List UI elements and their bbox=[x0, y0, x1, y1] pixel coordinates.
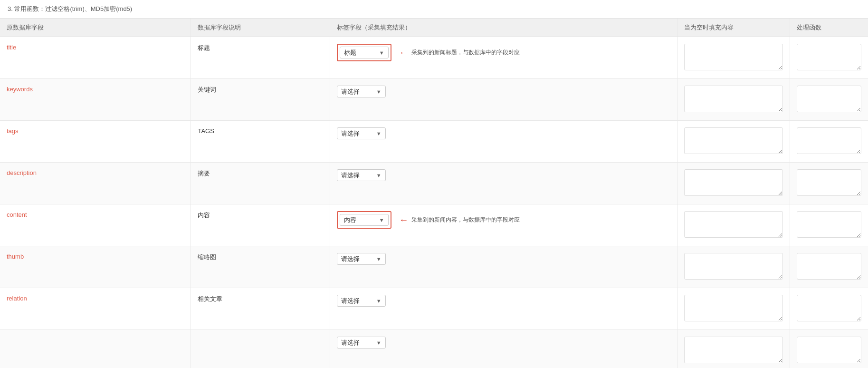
func-cell bbox=[790, 288, 868, 330]
arrow-left-icon: ← bbox=[399, 214, 409, 225]
tag-select-wrapper[interactable]: 请选择标题关键词TAGS摘要内容缩略图相关文章▼ bbox=[337, 127, 386, 139]
arrow-left-icon: ← bbox=[399, 47, 409, 58]
db-field-desc: 缩略图 bbox=[198, 253, 216, 261]
empty-fill-cell bbox=[677, 37, 790, 79]
header-func: 处理函数 bbox=[790, 19, 868, 37]
empty-fill-input[interactable] bbox=[684, 86, 783, 112]
table-row: content内容请选择标题关键词TAGS摘要内容缩略图相关文章▼←采集到的新闻… bbox=[0, 204, 868, 246]
empty-fill-input[interactable] bbox=[684, 295, 783, 321]
db-field-desc: 摘要 bbox=[198, 170, 210, 177]
header-db-field: 原数据库字段 bbox=[0, 19, 191, 37]
empty-fill-input[interactable] bbox=[684, 253, 783, 280]
tag-select-wrapper[interactable]: 请选择标题关键词TAGS摘要内容缩略图相关文章▼ bbox=[337, 86, 386, 97]
tag-select-wrapper[interactable]: 请选择标题关键词TAGS摘要内容缩略图相关文章▼ bbox=[337, 337, 386, 349]
table-row: description摘要请选择标题关键词TAGS摘要内容缩略图相关文章▼ bbox=[0, 163, 868, 204]
empty-fill-cell bbox=[677, 330, 790, 368]
tag-select[interactable]: 请选择标题关键词TAGS摘要内容缩略图相关文章 bbox=[341, 339, 374, 346]
empty-fill-input[interactable] bbox=[684, 169, 783, 196]
func-input[interactable] bbox=[797, 86, 861, 112]
empty-fill-cell bbox=[677, 288, 790, 330]
tag-select[interactable]: 请选择标题关键词TAGS摘要内容缩略图相关文章 bbox=[341, 130, 374, 137]
db-field-desc: 标题 bbox=[198, 44, 210, 51]
chevron-down-icon: ▼ bbox=[376, 131, 382, 136]
table-row: thumb缩略图请选择标题关键词TAGS摘要内容缩略图相关文章▼ bbox=[0, 246, 868, 288]
db-field-desc: 内容 bbox=[198, 212, 210, 219]
table-row: 请选择标题关键词TAGS摘要内容缩略图相关文章▼ bbox=[0, 330, 868, 368]
func-input[interactable] bbox=[797, 295, 861, 321]
tag-select[interactable]: 请选择标题关键词TAGS摘要内容缩略图相关文章 bbox=[344, 49, 377, 56]
annotation-text: 采集到的新闻标题，与数据库中的字段对应 bbox=[411, 48, 520, 57]
table-row: title标题请选择标题关键词TAGS摘要内容缩略图相关文章▼←采集到的新闻标题… bbox=[0, 37, 868, 79]
tag-select-wrapper[interactable]: 请选择标题关键词TAGS摘要内容缩略图相关文章▼ bbox=[340, 214, 389, 226]
func-input[interactable] bbox=[797, 337, 861, 363]
empty-fill-cell bbox=[677, 246, 790, 288]
db-field-name: relation bbox=[7, 295, 27, 302]
func-cell bbox=[790, 79, 868, 121]
func-cell bbox=[790, 330, 868, 368]
db-field-name: description bbox=[7, 169, 37, 176]
table-row: relation相关文章请选择标题关键词TAGS摘要内容缩略图相关文章▼ bbox=[0, 288, 868, 330]
func-input[interactable] bbox=[797, 211, 861, 238]
tag-select[interactable]: 请选择标题关键词TAGS摘要内容缩略图相关文章 bbox=[341, 297, 374, 304]
chevron-down-icon: ▼ bbox=[379, 217, 384, 223]
chevron-down-icon: ▼ bbox=[376, 340, 382, 346]
func-cell bbox=[790, 121, 868, 163]
db-field-desc: 关键词 bbox=[198, 86, 216, 93]
header-empty-fill: 当为空时填充内容 bbox=[677, 19, 790, 37]
chevron-down-icon: ▼ bbox=[376, 173, 382, 178]
db-field-name: content bbox=[7, 211, 27, 218]
tag-select-wrapper[interactable]: 请选择标题关键词TAGS摘要内容缩略图相关文章▼ bbox=[337, 253, 386, 265]
func-cell bbox=[790, 204, 868, 246]
header-tag-field: 标签字段（采集填充结果） bbox=[330, 19, 677, 37]
func-input[interactable] bbox=[797, 169, 861, 196]
top-note: 3. 常用函数：过滤空格(trim)、MD5加密(md5) bbox=[0, 0, 868, 19]
func-input[interactable] bbox=[797, 127, 861, 154]
empty-fill-cell bbox=[677, 121, 790, 163]
tag-select[interactable]: 请选择标题关键词TAGS摘要内容缩略图相关文章 bbox=[341, 88, 374, 95]
func-input[interactable] bbox=[797, 44, 861, 70]
func-cell bbox=[790, 246, 868, 288]
empty-fill-input[interactable] bbox=[684, 337, 783, 363]
empty-fill-cell bbox=[677, 79, 790, 121]
table-row: keywords关键词请选择标题关键词TAGS摘要内容缩略图相关文章▼ bbox=[0, 79, 868, 121]
tag-select[interactable]: 请选择标题关键词TAGS摘要内容缩略图相关文章 bbox=[341, 255, 374, 262]
tag-select-wrapper[interactable]: 请选择标题关键词TAGS摘要内容缩略图相关文章▼ bbox=[337, 169, 386, 181]
db-field-name: tags bbox=[7, 127, 19, 135]
tag-select-wrapper[interactable]: 请选择标题关键词TAGS摘要内容缩略图相关文章▼ bbox=[340, 47, 389, 58]
db-field-name: keywords bbox=[7, 86, 33, 93]
db-field-name: thumb bbox=[7, 253, 24, 260]
field-annotation: ←采集到的新闻内容，与数据库中的字段对应 bbox=[399, 214, 520, 225]
empty-fill-input[interactable] bbox=[684, 44, 783, 70]
table-row: tagsTAGS请选择标题关键词TAGS摘要内容缩略图相关文章▼ bbox=[0, 121, 868, 163]
func-cell bbox=[790, 163, 868, 204]
db-field-desc: 相关文章 bbox=[198, 295, 222, 302]
tag-select[interactable]: 请选择标题关键词TAGS摘要内容缩略图相关文章 bbox=[341, 172, 374, 179]
chevron-down-icon: ▼ bbox=[376, 256, 382, 262]
tag-select[interactable]: 请选择标题关键词TAGS摘要内容缩略图相关文章 bbox=[344, 216, 377, 223]
db-field-desc: TAGS bbox=[198, 127, 214, 135]
empty-fill-input[interactable] bbox=[684, 211, 783, 238]
field-annotation: ←采集到的新闻标题，与数据库中的字段对应 bbox=[399, 47, 520, 58]
chevron-down-icon: ▼ bbox=[379, 50, 384, 56]
func-cell bbox=[790, 37, 868, 79]
chevron-down-icon: ▼ bbox=[376, 298, 382, 304]
tag-select-wrapper[interactable]: 请选择标题关键词TAGS摘要内容缩略图相关文章▼ bbox=[337, 295, 386, 307]
empty-fill-input[interactable] bbox=[684, 127, 783, 154]
empty-fill-cell bbox=[677, 163, 790, 204]
annotation-text: 采集到的新闻内容，与数据库中的字段对应 bbox=[411, 216, 520, 224]
empty-fill-cell bbox=[677, 204, 790, 246]
chevron-down-icon: ▼ bbox=[376, 89, 382, 95]
func-input[interactable] bbox=[797, 253, 861, 280]
header-db-desc: 数据库字段说明 bbox=[191, 19, 330, 37]
db-field-name: title bbox=[7, 44, 16, 51]
